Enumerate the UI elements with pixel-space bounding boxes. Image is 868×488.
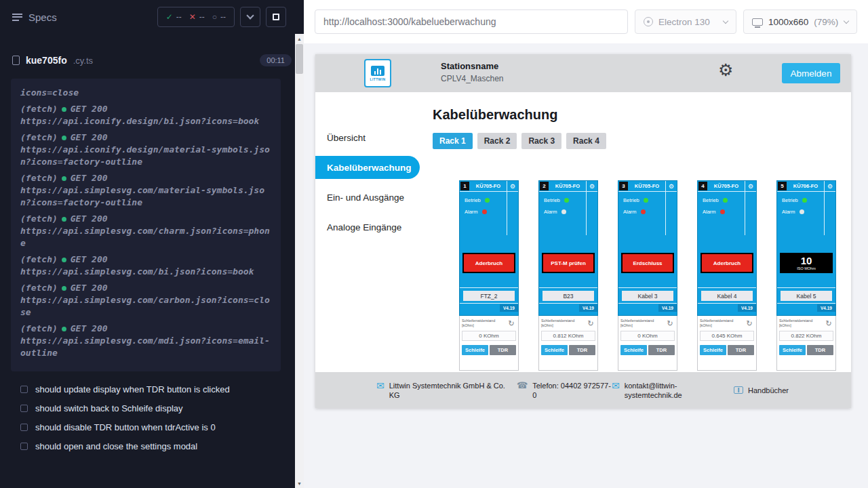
test-row[interactable]: should disable TDR button when tdrActive…	[11, 418, 293, 436]
footer-manuals-link[interactable]: Handbücher	[734, 386, 789, 395]
test-row[interactable]: should update display when TDR button is…	[11, 380, 293, 399]
tdr-button[interactable]: TDR	[569, 345, 595, 355]
schleife-button[interactable]: Schleife	[779, 345, 806, 355]
log-entry[interactable]: (fetch)GET 200 https://api.simplesvg.com…	[20, 323, 271, 359]
nav-item-analoge-eingaenge[interactable]: Analoge Eingänge	[315, 216, 420, 239]
collapse-button[interactable]	[240, 7, 260, 27]
refresh-icon[interactable]: ↻	[824, 319, 833, 328]
stop-icon	[273, 14, 279, 20]
log-entry[interactable]: (fetch)GET 200 https://api.iconify.desig…	[20, 131, 271, 168]
log-entry[interactable]: (fetch)GET 200 https://api.iconify.desig…	[20, 103, 271, 127]
tab-rack-4[interactable]: Rack 4	[566, 133, 606, 149]
cable-name-field[interactable]: B23	[542, 291, 594, 301]
alarm-message: PST-M prüfen	[543, 254, 593, 272]
cable-name-field[interactable]: Kabel 4	[701, 291, 753, 301]
spec-file-icon	[12, 56, 20, 65]
schleife-button[interactable]: Schleife	[620, 345, 647, 355]
nav-item-kabelueberwachung[interactable]: Kabelüberwachung	[315, 156, 420, 179]
test-state-icon	[20, 424, 28, 431]
browser-selector[interactable]: Electron 130	[635, 9, 736, 34]
schleife-button[interactable]: Schleife	[700, 345, 726, 355]
tdr-button[interactable]: TDR	[807, 345, 833, 355]
scrollbar-thumb[interactable]	[296, 44, 303, 74]
slot-number: 4	[698, 182, 707, 190]
nav-item-uebersicht[interactable]: Übersicht	[315, 126, 420, 149]
log-entry[interactable]: (fetch)GET 200 https://api.simplesvg.com…	[20, 253, 271, 278]
device-model: KÜ705-FO	[708, 181, 745, 191]
app-under-test: LITTWIN Stationsname CPLV4_Maschen ⚙ Abm…	[315, 54, 851, 408]
app-nav: Übersicht Kabelüberwachung Ein- und Ausg…	[315, 92, 420, 372]
viewport-selector[interactable]: 1000x660 (79%)	[743, 9, 857, 34]
cable-name-field[interactable]: Kabel 5	[781, 291, 832, 301]
scroll-up-arrow[interactable]: ▲	[295, 34, 304, 43]
test-state-icon	[20, 443, 28, 450]
stat-failed: ✕--	[189, 12, 205, 22]
cable-name-field[interactable]: Kabel 3	[622, 291, 673, 301]
nav-item-ein-und-ausgaenge[interactable]: Ein- und Ausgänge	[315, 186, 420, 209]
device-settings-gear-icon[interactable]: ⚙	[824, 181, 835, 191]
email-icon: ✉	[612, 381, 620, 390]
measurement-value: 0 KOhm	[462, 331, 516, 341]
status-display: Aderbruch	[701, 253, 753, 273]
browser-url-bar: Electron 130 1000x660 (79%)	[304, 0, 868, 43]
firmware-version: V4.19	[500, 304, 518, 312]
cable-name-field[interactable]: FTZ_2	[463, 291, 515, 301]
device-settings-gear-icon[interactable]: ⚙	[745, 181, 756, 191]
refresh-icon[interactable]: ↻	[745, 319, 754, 328]
betrieb-led	[723, 198, 728, 203]
url-input[interactable]	[323, 16, 619, 27]
scroll-down-arrow[interactable]: ▼	[295, 479, 304, 488]
tab-rack-3[interactable]: Rack 3	[521, 133, 561, 149]
tdr-button[interactable]: TDR	[728, 345, 754, 355]
spec-file-row[interactable]: kue705fo .cy.ts 00:11	[0, 50, 304, 70]
log-entry[interactable]: (fetch)GET 200 https://api.simplesvg.com…	[20, 282, 271, 319]
log-entry[interactable]: (fetch)GET 200 https://api.simplesvg.com…	[20, 172, 271, 209]
tab-rack-2[interactable]: Rack 2	[477, 133, 517, 149]
app-header: LITTWIN Stationsname CPLV4_Maschen ⚙ Abm…	[315, 54, 851, 92]
betrieb-led	[802, 198, 807, 203]
response-ok-dot	[62, 107, 66, 112]
footer-email[interactable]: ✉ kontakt@littwin-systemtechnik.de	[612, 381, 701, 400]
alarm-led	[482, 209, 487, 214]
status-display: Erdschluss	[621, 253, 674, 273]
footer-phone: ☎ Telefon: 04402 972577-0	[517, 381, 612, 400]
circle-icon: ○	[212, 12, 217, 22]
settings-gear-icon[interactable]: ⚙	[718, 62, 733, 79]
stop-run-button[interactable]	[266, 7, 286, 27]
schleife-button[interactable]: Schleife	[462, 345, 488, 355]
iso-value: 10	[801, 256, 812, 266]
cypress-runner-panel: Specs ✓-- ✕-- ○-- kue705fo .cy.ts 00:11 …	[0, 0, 304, 488]
app-main: Kabelüberwachung Rack 1 Rack 2 Rack 3 Ra…	[420, 92, 851, 408]
device-settings-gear-icon[interactable]: ⚙	[507, 181, 518, 191]
refresh-icon[interactable]: ↻	[507, 319, 516, 328]
log-entry[interactable]: (fetch)GET 200 https://api.simplesvg.com…	[20, 213, 271, 249]
test-stats[interactable]: ✓-- ✕-- ○--	[157, 7, 235, 27]
stat-pending: ○--	[212, 12, 226, 22]
slot-number: 1	[460, 182, 469, 190]
tab-rack-1[interactable]: Rack 1	[433, 133, 473, 149]
logo-mark-icon	[371, 66, 384, 76]
device-settings-gear-icon[interactable]: ⚙	[586, 181, 597, 191]
firmware-version: V4.19	[817, 304, 835, 312]
runner-scrollbar[interactable]: ▲ ▼	[295, 34, 304, 488]
schleife-button[interactable]: Schleife	[541, 345, 568, 355]
log-entry[interactable]: icons=close	[20, 87, 271, 99]
email-icon: ✉	[376, 381, 384, 390]
measurement-value: 0.812 KOhm	[541, 331, 595, 341]
test-row[interactable]: should open and close the settings modal	[11, 436, 293, 455]
test-state-icon	[20, 386, 28, 393]
device-settings-gear-icon[interactable]: ⚙	[665, 181, 677, 191]
firmware-version: V4.19	[738, 304, 756, 312]
station-name: CPLV4_Maschen	[441, 74, 504, 83]
refresh-icon[interactable]: ↻	[586, 319, 595, 328]
tdr-button[interactable]: TDR	[490, 345, 516, 355]
slot-number: 3	[619, 182, 628, 190]
specs-toggle[interactable]: Specs	[12, 12, 57, 23]
test-row[interactable]: should switch back to Schleife display	[11, 399, 293, 418]
tdr-button[interactable]: TDR	[648, 345, 675, 355]
status-display: 10 ISO MOhm	[780, 253, 833, 273]
logout-button[interactable]: Abmelden	[782, 63, 840, 83]
refresh-icon[interactable]: ↻	[665, 319, 675, 328]
check-icon: ✓	[166, 12, 173, 22]
response-ok-dot	[62, 286, 66, 291]
